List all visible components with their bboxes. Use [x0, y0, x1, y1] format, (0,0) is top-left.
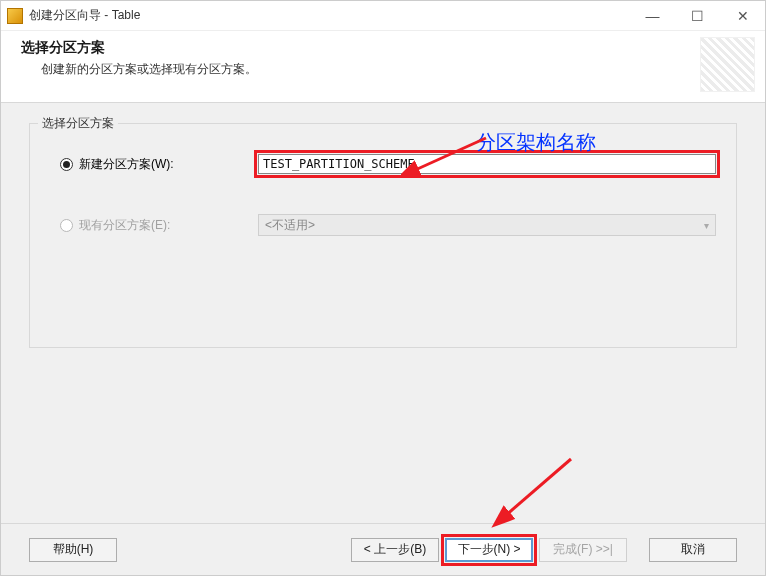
fieldset-legend: 选择分区方案 [38, 115, 118, 132]
new-scheme-row: 新建分区方案(W): [50, 154, 716, 174]
existing-scheme-row: 现有分区方案(E): <不适用> ▾ [50, 214, 716, 236]
back-button[interactable]: < 上一步(B) [351, 538, 439, 562]
header-text: 选择分区方案 创建新的分区方案或选择现有分区方案。 [11, 37, 257, 78]
new-scheme-radio[interactable]: 新建分区方案(W): [50, 156, 250, 173]
wizard-icon [700, 37, 755, 92]
help-button[interactable]: 帮助(H) [29, 538, 117, 562]
existing-scheme-dropdown: <不适用> ▾ [258, 214, 716, 236]
footer: 帮助(H) < 上一步(B) 下一步(N) > 完成(F) >>| 取消 [1, 523, 765, 575]
radio-icon [60, 158, 73, 171]
header: 选择分区方案 创建新的分区方案或选择现有分区方案。 [1, 31, 765, 103]
app-icon [7, 8, 23, 24]
titlebar-left: 创建分区向导 - Table [1, 7, 140, 24]
titlebar: 创建分区向导 - Table — ☐ ✕ [1, 1, 765, 31]
window-controls: — ☐ ✕ [630, 1, 765, 30]
cancel-button[interactable]: 取消 [649, 538, 737, 562]
new-scheme-input[interactable] [258, 154, 716, 174]
footer-right: < 上一步(B) 下一步(N) > 完成(F) >>| 取消 [351, 538, 737, 562]
page-subtitle: 创建新的分区方案或选择现有分区方案。 [41, 61, 257, 78]
close-button[interactable]: ✕ [720, 1, 765, 30]
chevron-down-icon: ▾ [704, 220, 709, 231]
annotation-label: 分区架构名称 [476, 129, 596, 156]
maximize-button[interactable]: ☐ [675, 1, 720, 30]
window-title: 创建分区向导 - Table [29, 7, 140, 24]
scheme-fieldset: 选择分区方案 新建分区方案(W): 现有分区方案(E): <不适用> ▾ [29, 123, 737, 348]
existing-scheme-label: 现有分区方案(E): [79, 217, 170, 234]
body-area: 选择分区方案 新建分区方案(W): 现有分区方案(E): <不适用> ▾ [1, 103, 765, 523]
wizard-window: 创建分区向导 - Table — ☐ ✕ 选择分区方案 创建新的分区方案或选择现… [0, 0, 766, 576]
existing-scheme-dropdown-text: <不适用> [265, 217, 315, 234]
minimize-button[interactable]: — [630, 1, 675, 30]
next-button[interactable]: 下一步(N) > [445, 538, 533, 562]
finish-button: 完成(F) >>| [539, 538, 627, 562]
radio-icon [60, 219, 73, 232]
page-title: 选择分区方案 [21, 39, 257, 57]
existing-scheme-radio: 现有分区方案(E): [50, 217, 250, 234]
new-scheme-label: 新建分区方案(W): [79, 156, 174, 173]
